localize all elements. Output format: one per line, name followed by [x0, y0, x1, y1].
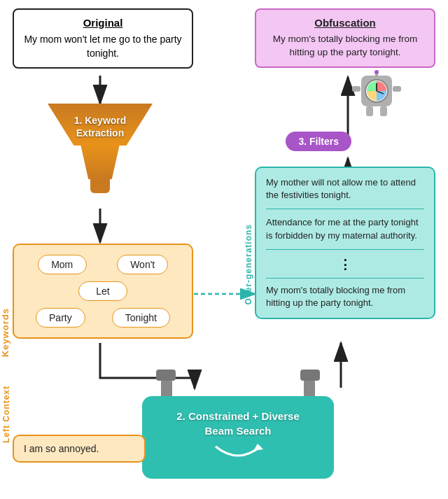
beam-body: 2. Constrained + DiverseBeam Search	[142, 396, 334, 479]
keywords-section-label: Keywords	[0, 308, 10, 357]
pipe-base-right	[300, 370, 320, 381]
funnel-wrapper: 1. KeywordExtraction	[48, 104, 153, 195]
original-box: Original My mom won't let me go to the p…	[13, 8, 193, 69]
funnel-top: 1. KeywordExtraction	[48, 104, 153, 146]
svg-point-16	[374, 70, 379, 74]
keyword-let: Let	[78, 281, 127, 301]
svg-marker-19	[253, 444, 263, 451]
keyword-wont: Won't	[117, 255, 168, 274]
overgen-item-3: My mom's totally blocking me from hittin…	[266, 278, 424, 309]
keywords-box: Mom Won't Let Party Tonight	[13, 244, 193, 339]
overgen-item-2: Attendance for me at the party tonight i…	[266, 216, 424, 249]
funnel-spout	[90, 178, 110, 193]
keywords-row-3: Party Tonight	[22, 308, 183, 328]
overgen-section-label: Over-generations	[244, 224, 253, 304]
beam-smile-icon	[210, 441, 266, 466]
svg-rect-18	[380, 106, 387, 116]
original-content: My mom won't let me go to the party toni…	[24, 33, 182, 60]
original-title: Original	[24, 17, 182, 29]
overgen-box: My mother will not allow me to attend th…	[255, 167, 435, 319]
funnel-label: 1. KeywordExtraction	[48, 114, 153, 139]
obfuscation-title: Obfuscation	[266, 17, 424, 29]
keywords-row-1: Mom Won't	[22, 255, 183, 274]
robot-head	[349, 69, 386, 106]
svg-rect-10	[393, 86, 401, 92]
overgen-item-1: My mother will not allow me to attend th…	[266, 176, 424, 209]
left-context-section-label: Left Context	[1, 386, 11, 443]
svg-rect-17	[366, 106, 373, 116]
keyword-mom: Mom	[38, 255, 87, 274]
left-context-content: I am so annoyed.	[24, 443, 99, 454]
filters-badge: 3. Filters	[286, 132, 351, 151]
beam-label: 2. Constrained + DiverseBeam Search	[176, 409, 300, 438]
pipe-base-left	[156, 370, 176, 381]
keyword-tonight: Tonight	[112, 308, 170, 328]
svg-rect-9	[352, 86, 360, 92]
obfuscation-box: Obfuscation My mom's totally blocking me…	[255, 8, 435, 68]
funnel-bottom	[80, 144, 120, 179]
keyword-party: Party	[36, 308, 85, 328]
overgen-dots: ⋮	[266, 257, 424, 272]
left-context-box: I am so annoyed.	[13, 435, 146, 463]
diagram-container: Original My mom won't let me go to the p…	[0, 0, 448, 499]
keywords-row-2: Let	[22, 281, 183, 301]
beam-search-wrapper: 2. Constrained + DiverseBeam Search	[136, 370, 340, 489]
obfuscation-content: My mom's totally blocking me from hittin…	[266, 33, 424, 59]
